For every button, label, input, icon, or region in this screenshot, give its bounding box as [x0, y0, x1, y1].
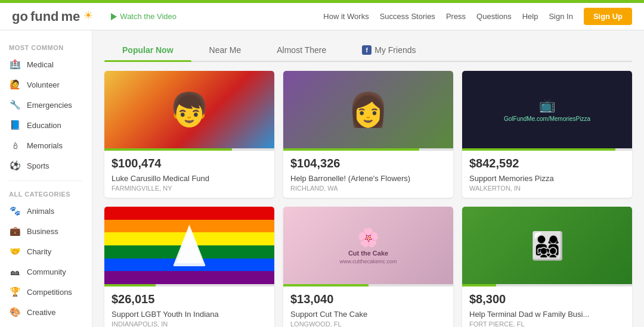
volunteer-icon: 🙋	[9, 79, 21, 91]
card-4-location: INDIANAPOLIS, IN	[112, 320, 267, 327]
sidebar-item-animals[interactable]: 🐾 Animals	[0, 201, 92, 221]
nav-press[interactable]: Press	[446, 12, 466, 21]
logo-sun-icon: ☀	[83, 9, 93, 22]
card-6-title: Help Terminal Dad w Family Busi...	[469, 310, 625, 319]
card-1-title: Luke Carusillo Medical Fund	[112, 174, 267, 183]
card-1-location: FARMINGVILLE, NY	[112, 185, 267, 192]
card-6-image: 👨‍👩‍👧‍👦	[462, 207, 632, 284]
card-5-title: Support Cut The Cake	[290, 310, 446, 319]
nav-questions[interactable]: Questions	[476, 12, 512, 21]
nav-help[interactable]: Help	[522, 12, 538, 21]
business-icon: 💼	[9, 225, 21, 237]
sidebar-item-education[interactable]: 📘 Education	[0, 115, 92, 135]
community-icon: 🏘	[9, 266, 21, 278]
sign-up-button[interactable]: Sign Up	[584, 8, 632, 25]
tab-popular-now[interactable]: Popular Now	[104, 39, 191, 61]
sidebar-item-sports[interactable]: ⚽ Sports	[0, 155, 92, 176]
card-5-amount: $13,040	[290, 292, 446, 306]
campaign-card-1[interactable]: 👦 $100,474 Luke Carusillo Medical Fund F…	[104, 71, 274, 198]
sign-in-link[interactable]: Sign In	[549, 12, 572, 21]
card-3-title: Support Memories Pizza	[469, 174, 625, 183]
card-3-image: 📺 GolFundMe.com/MemoriesPizza	[462, 71, 632, 148]
sidebar-item-competitions[interactable]: 🏆 Competitions	[0, 282, 92, 302]
emergencies-icon: 🔧	[9, 99, 21, 111]
card-2-body: $104,326 Help Barronelle! (Arlene's Flow…	[283, 151, 453, 198]
card-1-image: 👦	[104, 71, 274, 148]
tab-my-friends[interactable]: f My Friends	[344, 39, 434, 61]
creative-icon: 🎨	[9, 306, 21, 318]
main-content: Popular Now Near Me Almost There f My Fr…	[92, 30, 644, 327]
card-2-amount: $104,326	[290, 157, 446, 170]
sports-icon: ⚽	[9, 160, 21, 172]
sidebar-item-events[interactable]: 🎉 Events	[0, 322, 92, 327]
animals-icon: 🐾	[9, 205, 21, 217]
campaign-card-4[interactable]: $26,015 Support LGBT Youth In Indiana IN…	[104, 207, 274, 327]
sidebar-item-business[interactable]: 💼 Business	[0, 221, 92, 241]
campaign-card-3[interactable]: 📺 GolFundMe.com/MemoriesPizza $842,592 S…	[462, 71, 632, 198]
card-6-location: FORT PIERCE, FL	[469, 320, 625, 327]
card-1-body: $100,474 Luke Carusillo Medical Fund FAR…	[104, 151, 274, 198]
all-categories-label: ALL CATEGORIES	[0, 186, 92, 201]
card-5-image: 🌸 Cut the Cake www.cutthecakeinc.com	[283, 207, 453, 284]
facebook-icon: f	[362, 45, 371, 55]
main-layout: MOST COMMON 🏥 Medical 🙋 Volunteer 🔧 Emer…	[0, 30, 644, 327]
sidebar-item-creative[interactable]: 🎨 Creative	[0, 302, 92, 322]
education-icon: 📘	[9, 119, 21, 131]
card-3-amount: $842,592	[469, 157, 625, 170]
header: gofundme ☀ Watch the Video How it Works …	[0, 3, 644, 30]
cards-grid: 👦 $100,474 Luke Carusillo Medical Fund F…	[104, 71, 632, 327]
card-2-location: RICHLAND, WA	[290, 185, 446, 192]
sidebar-item-medical[interactable]: 🏥 Medical	[0, 54, 92, 74]
sidebar: MOST COMMON 🏥 Medical 🙋 Volunteer 🔧 Emer…	[0, 30, 92, 327]
competitions-icon: 🏆	[9, 286, 21, 298]
nav-how-it-works[interactable]: How it Works	[323, 12, 369, 21]
card-1-amount: $100,474	[112, 157, 267, 170]
play-icon	[111, 13, 117, 20]
card-5-location: LONGWOOD, FL	[290, 320, 446, 327]
card-6-body: $8,300 Help Terminal Dad w Family Busi..…	[462, 286, 632, 327]
card-2-title: Help Barronelle! (Arlene's Flowers)	[290, 174, 446, 183]
card-2-image: 👩	[283, 71, 453, 148]
card-3-body: $842,592 Support Memories Pizza WALKERTO…	[462, 151, 632, 198]
sidebar-divider	[9, 180, 83, 181]
sidebar-item-charity[interactable]: 🤝 Charity	[0, 241, 92, 261]
tab-near-me[interactable]: Near Me	[191, 39, 259, 61]
campaign-card-6[interactable]: 👨‍👩‍👧‍👦 $8,300 Help Terminal Dad w Famil…	[462, 207, 632, 327]
card-5-body: $13,040 Support Cut The Cake LONGWOOD, F…	[283, 286, 453, 327]
card-4-title: Support LGBT Youth In Indiana	[112, 310, 267, 319]
sidebar-item-community[interactable]: 🏘 Community	[0, 261, 92, 282]
memorials-icon: 🕯	[9, 139, 21, 151]
tabs: Popular Now Near Me Almost There f My Fr…	[104, 39, 632, 62]
sidebar-item-emergencies[interactable]: 🔧 Emergencies	[0, 95, 92, 115]
campaign-card-2[interactable]: 👩 $104,326 Help Barronelle! (Arlene's Fl…	[283, 71, 453, 198]
card-6-amount: $8,300	[469, 292, 625, 306]
card-4-body: $26,015 Support LGBT Youth In Indiana IN…	[104, 286, 274, 327]
header-nav: How it Works Success Stories Press Quest…	[323, 8, 632, 25]
tab-almost-there[interactable]: Almost There	[259, 39, 344, 61]
campaign-card-5[interactable]: 🌸 Cut the Cake www.cutthecakeinc.com $13…	[283, 207, 453, 327]
sidebar-item-memorials[interactable]: 🕯 Memorials	[0, 135, 92, 155]
card-3-location: WALKERTON, IN	[469, 185, 625, 192]
most-common-label: MOST COMMON	[0, 39, 92, 54]
card-4-image	[104, 207, 274, 284]
card-4-amount: $26,015	[112, 292, 267, 306]
medical-icon: 🏥	[9, 58, 21, 70]
sidebar-item-volunteer[interactable]: 🙋 Volunteer	[0, 74, 92, 95]
logo[interactable]: gofundme ☀	[12, 9, 93, 24]
nav-success-stories[interactable]: Success Stories	[380, 12, 435, 21]
charity-icon: 🤝	[9, 245, 21, 257]
watch-video-link[interactable]: Watch the Video	[111, 12, 177, 21]
